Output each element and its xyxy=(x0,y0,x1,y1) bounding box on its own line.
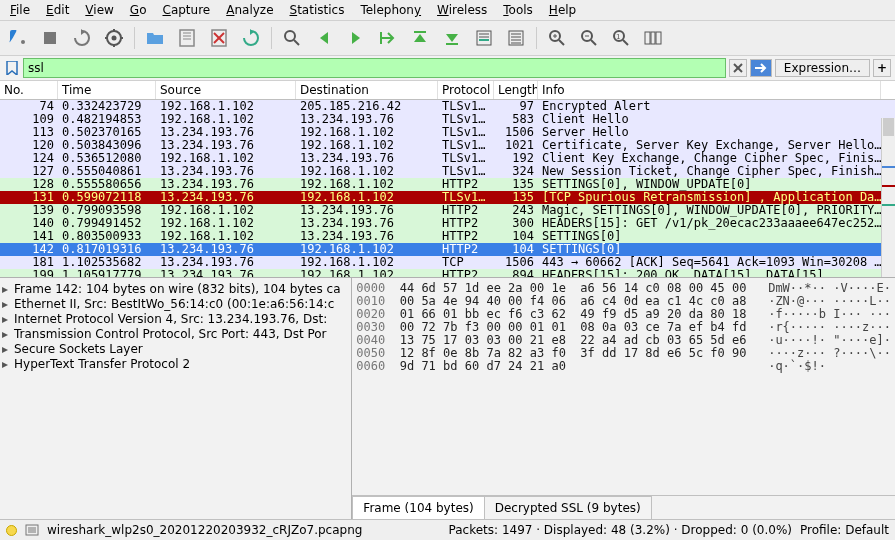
expert-info-led-icon[interactable] xyxy=(6,525,17,536)
svg-rect-40 xyxy=(651,32,655,44)
svg-line-16 xyxy=(294,40,299,45)
status-packet-stats: Packets: 1497 · Displayed: 48 (3.2%) · D… xyxy=(449,523,792,537)
packet-row[interactable]: 1280.55558065613.234.193.76192.168.1.102… xyxy=(0,178,895,191)
packet-row[interactable]: 1410.803500933192.168.1.10213.234.193.76… xyxy=(0,230,895,243)
status-bar: wireshark_wlp2s0_20201220203932_cRJZo7.p… xyxy=(0,519,895,540)
packet-list[interactable]: 740.332423729192.168.1.102205.185.216.42… xyxy=(0,100,895,277)
go-last-button[interactable] xyxy=(438,24,466,52)
packet-row[interactable]: 1240.536512080192.168.1.10213.234.193.76… xyxy=(0,152,895,165)
tab-decrypted-ssl[interactable]: Decrypted SSL (9 bytes) xyxy=(484,496,652,519)
go-back-button[interactable] xyxy=(310,24,338,52)
expand-triangle-icon[interactable]: ▸ xyxy=(2,357,12,372)
expand-triangle-icon[interactable]: ▸ xyxy=(2,327,12,342)
col-time[interactable]: Time xyxy=(58,81,156,99)
packet-list-header[interactable]: No. Time Source Destination Protocol Len… xyxy=(0,81,895,100)
filter-bar: Expression… + xyxy=(0,56,895,81)
hex-dump[interactable]: 0000 44 6d 57 1d ee 2a 00 1e a6 56 14 c0… xyxy=(352,278,895,495)
svg-text:1: 1 xyxy=(616,33,620,41)
packet-row[interactable]: 1270.55504086113.234.193.76192.168.1.102… xyxy=(0,165,895,178)
packet-row[interactable]: 1991.10591777913.234.193.76192.168.1.102… xyxy=(0,269,895,277)
packet-row[interactable]: 1390.799093598192.168.1.10213.234.193.76… xyxy=(0,204,895,217)
svg-line-37 xyxy=(623,40,628,45)
packet-row[interactable]: 1090.482194853192.168.1.10213.234.193.76… xyxy=(0,113,895,126)
colorize-button[interactable] xyxy=(502,24,530,52)
packet-row[interactable]: 1811.10253568213.234.193.76192.168.1.102… xyxy=(0,256,895,269)
add-filter-button[interactable]: + xyxy=(873,59,891,77)
detail-tree-item[interactable]: ▸Frame 142: 104 bytes on wire (832 bits)… xyxy=(2,282,349,297)
packet-list-pane: No. Time Source Destination Protocol Len… xyxy=(0,81,895,277)
svg-point-15 xyxy=(285,31,295,41)
display-filter-input[interactable] xyxy=(23,58,726,78)
svg-rect-20 xyxy=(477,31,491,45)
zoom-out-button[interactable] xyxy=(575,24,603,52)
packet-details-pane[interactable]: ▸Frame 142: 104 bytes on wire (832 bits)… xyxy=(0,278,352,519)
tab-frame-bytes[interactable]: Frame (104 bytes) xyxy=(352,496,484,519)
col-source[interactable]: Source xyxy=(156,81,296,99)
bytes-tabs: Frame (104 bytes) Decrypted SSL (9 bytes… xyxy=(352,495,895,519)
detail-tree-item[interactable]: ▸Internet Protocol Version 4, Src: 13.23… xyxy=(2,312,349,327)
col-destination[interactable]: Destination xyxy=(296,81,438,99)
clear-filter-button[interactable] xyxy=(729,59,747,77)
menu-help[interactable]: Help xyxy=(549,3,576,17)
detail-tree-item[interactable]: ▸Ethernet II, Src: BestItWo_56:14:c0 (00… xyxy=(2,297,349,312)
svg-point-3 xyxy=(112,36,117,41)
go-to-packet-button[interactable] xyxy=(374,24,402,52)
svg-point-0 xyxy=(21,40,25,44)
menu-bar: File Edit View Go Capture Analyze Statis… xyxy=(0,0,895,21)
resize-columns-button[interactable] xyxy=(639,24,667,52)
svg-rect-8 xyxy=(180,30,194,46)
menu-tools[interactable]: Tools xyxy=(503,3,533,17)
reload-button[interactable] xyxy=(237,24,265,52)
menu-statistics[interactable]: Statistics xyxy=(290,3,345,17)
go-forward-button[interactable] xyxy=(342,24,370,52)
packet-row[interactable]: 740.332423729192.168.1.102205.185.216.42… xyxy=(0,100,895,113)
packet-row[interactable]: 1200.50384309613.234.193.76192.168.1.102… xyxy=(0,139,895,152)
packet-bytes-pane: 0000 44 6d 57 1d ee 2a 00 1e a6 56 14 c0… xyxy=(352,278,895,519)
menu-edit[interactable]: Edit xyxy=(46,3,69,17)
menu-telephony[interactable]: Telephony xyxy=(360,3,421,17)
zoom-in-button[interactable] xyxy=(543,24,571,52)
apply-filter-button[interactable] xyxy=(750,59,772,77)
restart-capture-button[interactable] xyxy=(68,24,96,52)
menu-capture[interactable]: Capture xyxy=(162,3,210,17)
zoom-reset-button[interactable]: 1 xyxy=(607,24,635,52)
col-length[interactable]: Length xyxy=(494,81,538,99)
find-packet-button[interactable] xyxy=(278,24,306,52)
col-info[interactable]: Info xyxy=(538,81,881,99)
col-no[interactable]: No. xyxy=(0,81,58,99)
expression-button[interactable]: Expression… xyxy=(775,59,870,77)
filter-bookmark-button[interactable] xyxy=(4,60,20,76)
menu-wireless[interactable]: Wireless xyxy=(437,3,487,17)
packet-row[interactable]: 1400.799491452192.168.1.10213.234.193.76… xyxy=(0,217,895,230)
menu-file[interactable]: File xyxy=(10,3,30,17)
close-file-button[interactable] xyxy=(205,24,233,52)
packet-row[interactable]: 1310.59907211813.234.193.76192.168.1.102… xyxy=(0,191,895,204)
packet-row[interactable]: 1420.81701931613.234.193.76192.168.1.102… xyxy=(0,243,895,256)
expand-triangle-icon[interactable]: ▸ xyxy=(2,312,12,327)
open-file-button[interactable] xyxy=(141,24,169,52)
status-profile[interactable]: Profile: Default xyxy=(800,523,889,537)
packet-row[interactable]: 1130.50237016513.234.193.76192.168.1.102… xyxy=(0,126,895,139)
expand-triangle-icon[interactable]: ▸ xyxy=(2,282,12,297)
start-capture-button[interactable] xyxy=(4,24,32,52)
save-file-button[interactable] xyxy=(173,24,201,52)
menu-go[interactable]: Go xyxy=(130,3,147,17)
menu-analyze[interactable]: Analyze xyxy=(226,3,273,17)
svg-rect-41 xyxy=(656,32,661,44)
svg-rect-39 xyxy=(645,32,650,44)
auto-scroll-button[interactable] xyxy=(470,24,498,52)
expand-triangle-icon[interactable]: ▸ xyxy=(2,297,12,312)
main-toolbar: 1 xyxy=(0,21,895,56)
capture-options-button[interactable] xyxy=(100,24,128,52)
detail-tree-item[interactable]: ▸HyperText Transfer Protocol 2 xyxy=(2,357,349,372)
menu-view[interactable]: View xyxy=(85,3,113,17)
svg-line-34 xyxy=(591,40,596,45)
expand-triangle-icon[interactable]: ▸ xyxy=(2,342,12,357)
stop-capture-button[interactable] xyxy=(36,24,64,52)
detail-tree-item[interactable]: ▸Transmission Control Protocol, Src Port… xyxy=(2,327,349,342)
col-protocol[interactable]: Protocol xyxy=(438,81,494,99)
detail-tree-item[interactable]: ▸Secure Sockets Layer xyxy=(2,342,349,357)
svg-line-30 xyxy=(559,40,564,45)
packet-list-scrollbar[interactable] xyxy=(881,118,895,277)
go-first-button[interactable] xyxy=(406,24,434,52)
